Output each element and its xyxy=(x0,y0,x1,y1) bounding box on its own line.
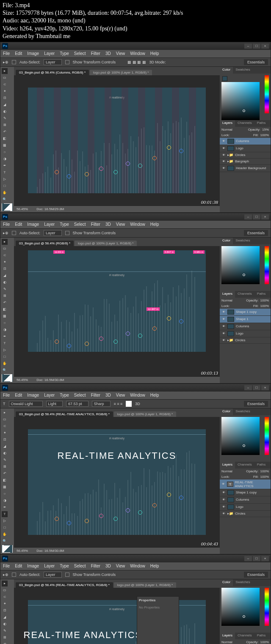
lasso-tool[interactable]: ⊂ xyxy=(2,252,8,258)
channels-tab[interactable]: Channels xyxy=(235,462,254,469)
layer-row[interactable]: 👁▸📁Circles xyxy=(220,511,271,517)
wand-tool[interactable]: ✦ xyxy=(2,259,8,265)
channels-tab[interactable]: Channels xyxy=(235,633,254,639)
visibility-icon[interactable]: 👁 xyxy=(221,317,226,321)
workspace-switcher[interactable]: Essentials xyxy=(244,230,268,236)
blend-mode[interactable]: Normal xyxy=(221,128,232,132)
transform-checkbox[interactable] xyxy=(65,231,69,235)
history-brush-tool[interactable]: ↶ xyxy=(2,300,8,306)
wand-tool[interactable]: ✦ xyxy=(2,601,8,607)
font-weight-dropdown[interactable]: Light xyxy=(46,401,63,407)
menu-select[interactable]: Select xyxy=(74,564,86,568)
color-swatches[interactable] xyxy=(2,203,13,211)
brush-tool[interactable]: ✎ xyxy=(2,286,8,292)
menu-view[interactable]: View xyxy=(116,51,125,56)
visibility-icon[interactable]: 👁 xyxy=(221,338,226,343)
canvas[interactable]: # realtimely 00:01:38 xyxy=(14,75,220,206)
visibility-icon[interactable]: 👁 xyxy=(221,512,226,516)
swatches-tab[interactable]: Swatches xyxy=(233,408,253,415)
tab-begin[interactable]: 03_Begin.psd @ 56.4% (REAL-TIME ANALYTIC… xyxy=(16,411,113,417)
marquee-tool[interactable]: ▭ xyxy=(2,246,8,252)
menu-type[interactable]: Type xyxy=(60,393,69,397)
menu-select[interactable]: Select xyxy=(74,393,86,397)
menu-layer[interactable]: Layer xyxy=(44,222,55,227)
maximize-button[interactable]: □ xyxy=(253,214,260,219)
visibility-icon[interactable]: 👁 xyxy=(221,332,226,336)
visibility-icon[interactable]: 👁 xyxy=(221,159,226,164)
gradient-tool[interactable]: ▦ xyxy=(2,143,8,148)
layer-row[interactable]: 👁Columns xyxy=(220,138,271,145)
3d-icon[interactable]: 3D xyxy=(135,402,140,406)
menu-help[interactable]: Help xyxy=(150,564,159,568)
layer-row[interactable]: 👁Header Background xyxy=(220,165,271,172)
blend-mode[interactable]: Normal xyxy=(221,299,232,302)
workspace-switcher[interactable]: Essentials xyxy=(244,572,268,578)
menu-filter[interactable]: Filter xyxy=(91,51,100,56)
menu-edit[interactable]: Edit xyxy=(15,393,22,397)
autoselect-dropdown[interactable]: Layer xyxy=(44,572,62,578)
canvas[interactable]: # realtimely REAL-TIME ANALYTICS ▸ Prope… xyxy=(14,588,220,644)
eyedropper-tool[interactable]: ◢ xyxy=(2,614,8,620)
minimize-button[interactable]: – xyxy=(244,385,252,390)
close-button[interactable]: × xyxy=(261,385,269,390)
color-swatches[interactable] xyxy=(2,545,13,553)
menu-layer[interactable]: Layer xyxy=(44,393,55,397)
menu-layer[interactable]: Layer xyxy=(44,51,55,56)
shape-tool[interactable]: □ xyxy=(2,183,8,189)
color-tab[interactable]: Color xyxy=(220,408,233,415)
crop-tool[interactable]: ⊡ xyxy=(2,608,8,614)
color-field[interactable] xyxy=(221,82,260,120)
maximize-button[interactable]: □ xyxy=(253,44,260,49)
zoom-tool[interactable]: 🔍 xyxy=(2,538,8,544)
menu-filter[interactable]: Filter xyxy=(91,222,100,227)
blur-tool[interactable]: ○ xyxy=(2,491,8,497)
pen-tool[interactable]: ✒ xyxy=(2,504,8,510)
dodge-tool[interactable]: ◑ xyxy=(2,327,8,333)
history-brush-tool[interactable]: ↶ xyxy=(2,129,8,135)
menu-help[interactable]: Help xyxy=(150,222,159,227)
menu-edit[interactable]: Edit xyxy=(15,564,22,568)
lasso-tool[interactable]: ⊂ xyxy=(2,423,8,429)
move-tool[interactable]: ▸ xyxy=(2,410,8,416)
visibility-icon[interactable]: 👁 xyxy=(221,324,226,329)
crop-tool[interactable]: ⊡ xyxy=(2,266,8,272)
close-button[interactable]: × xyxy=(261,44,269,49)
menu-file[interactable]: File xyxy=(3,393,10,397)
menu-file[interactable]: File xyxy=(3,564,10,568)
menu-window[interactable]: Window xyxy=(130,564,145,568)
menu-view[interactable]: View xyxy=(116,222,125,227)
layers-tab[interactable]: Layers xyxy=(220,120,235,127)
tab-logo[interactable]: logo.psd @ 100% (Layer 1, RGB/8) * xyxy=(75,241,137,246)
transform-checkbox[interactable] xyxy=(65,573,69,577)
visibility-icon[interactable]: 👁 xyxy=(221,491,226,495)
menu-image[interactable]: Image xyxy=(27,51,39,56)
shape-tool[interactable]: □ xyxy=(2,354,8,360)
fg-swatch[interactable] xyxy=(222,76,227,81)
crop-tool[interactable]: ⊡ xyxy=(2,95,8,101)
path-tool[interactable]: ▷ xyxy=(2,347,8,353)
stamp-tool[interactable]: ⊞ xyxy=(2,635,8,641)
blur-tool[interactable]: ○ xyxy=(2,320,8,326)
opacity-value[interactable]: 100% xyxy=(260,469,269,473)
layer-row[interactable]: 👁Columns xyxy=(220,323,271,330)
menu-type[interactable]: Type xyxy=(60,564,69,568)
tab-logo[interactable]: logo.psd @ 100% (Layer 1, RGB/8) * xyxy=(114,582,176,588)
aa-dropdown[interactable]: Sharp xyxy=(92,401,111,407)
menu-3d[interactable]: 3D xyxy=(105,564,111,568)
eyedropper-tool[interactable]: ◢ xyxy=(2,273,8,279)
menu-window[interactable]: Window xyxy=(130,393,145,397)
paths-tab[interactable]: Paths xyxy=(254,633,268,639)
menu-edit[interactable]: Edit xyxy=(15,51,22,56)
eyedropper-tool[interactable]: ◢ xyxy=(2,444,8,449)
stamp-tool[interactable]: ⊞ xyxy=(2,464,8,470)
lasso-tool[interactable]: ⊂ xyxy=(2,82,8,88)
autoselect-checkbox[interactable] xyxy=(12,231,16,235)
swatches-tab[interactable]: Swatches xyxy=(233,579,253,586)
fill-value[interactable]: 100% xyxy=(260,133,269,137)
menu-select[interactable]: Select xyxy=(74,222,86,227)
menu-file[interactable]: File xyxy=(3,222,10,227)
opacity-value[interactable]: 100% xyxy=(260,640,269,644)
visibility-icon[interactable]: 👁 xyxy=(221,146,226,151)
color-picker[interactable] xyxy=(220,74,271,120)
layers-tab[interactable]: Layers xyxy=(220,462,235,469)
